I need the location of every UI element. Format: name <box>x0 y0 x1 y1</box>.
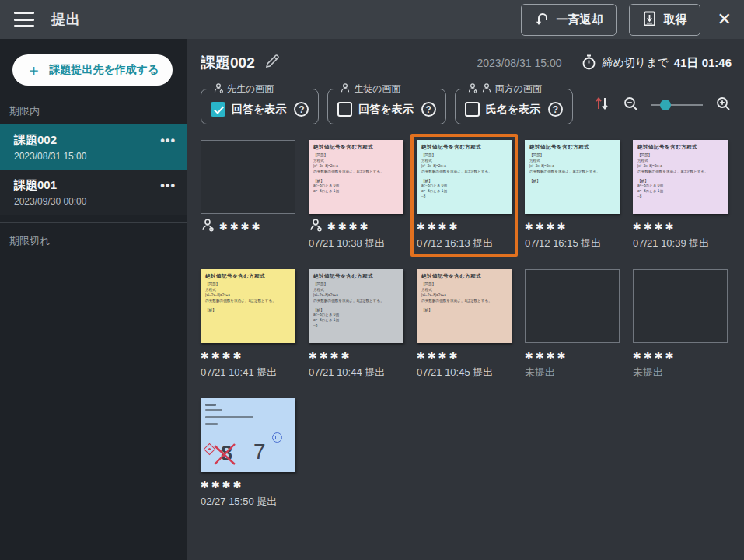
note-line: の実数解の個数を求めよ。aは定数とする。 <box>313 299 399 304</box>
teacher-icon <box>467 82 478 96</box>
section-label: 期限切れ <box>0 222 187 254</box>
filter-group: 生徒の画面回答を表示? <box>327 82 445 124</box>
zoom-out-icon[interactable] <box>623 96 639 115</box>
submission-status: 07/12 16:13 提出 <box>417 236 512 250</box>
card-name-row: ✱✱✱✱ <box>633 219 728 233</box>
note-line: 方程式 <box>637 159 723 164</box>
empty-thumbnail[interactable] <box>525 269 620 343</box>
submission-status: 07/21 10:45 提出 <box>417 366 512 380</box>
submission-card[interactable]: ✱✱✱✱ <box>201 140 295 250</box>
blue-circle-mark-icon <box>272 432 282 443</box>
masked-student-name: ✱✱✱✱ <box>525 351 568 361</box>
note-answer-label: 【解】 <box>529 179 615 184</box>
acquire-button[interactable]: 取得 <box>629 4 700 36</box>
hamburger-menu-icon[interactable] <box>14 12 34 27</box>
submission-card[interactable]: ✱✱✱✱未提出 <box>633 269 728 380</box>
zoom-slider-thumb[interactable] <box>660 100 671 110</box>
masked-student-name: ✱✱✱✱ <box>417 351 460 361</box>
filter-group-legend: 生徒の画面 <box>336 82 404 96</box>
card-name-row: ✱✱✱✱ <box>201 348 295 362</box>
edit-pencil-icon[interactable] <box>264 54 280 72</box>
submission-card[interactable]: 絶対値記号を含む方程式【問題】方程式|x²−2x−8|=2x+aの実数解の個数を… <box>633 140 728 250</box>
help-icon[interactable]: ? <box>294 102 309 117</box>
filter-option-label: 回答を表示 <box>232 103 286 117</box>
title-bar: 提出 一斉返却 取得 ✕ <box>0 0 744 39</box>
filter-group: 先生の画面回答を表示? <box>201 82 319 124</box>
create-assignment-button[interactable]: ＋ 課題提出先を作成する <box>12 54 173 86</box>
help-icon[interactable]: ? <box>421 102 436 117</box>
main-header: 課題002 2023/08/31 15:00 締め切りまで 41日 01:46 <box>201 51 732 75</box>
card-label: ✱✱✱✱07/21 10:39 提出 <box>633 219 728 250</box>
filter-group-label: 両方の画面 <box>495 82 542 96</box>
note-line: |x²−2x−8|=2x+a <box>421 164 507 170</box>
zoom-in-icon[interactable] <box>715 96 732 115</box>
filter-option-label: 氏名を表示 <box>486 103 540 117</box>
note-line: の実数解の個数を求めよ。aは定数とする。 <box>205 299 291 304</box>
note-answer-label: 【解】 <box>313 308 399 313</box>
sidebar-item-課題002[interactable]: 課題002•••2023/08/31 15:00 <box>0 124 187 170</box>
uturn-return-icon <box>534 11 550 29</box>
note-answer-label: 【解】 <box>313 179 399 184</box>
note-problem-label: 【問題】 <box>313 282 399 288</box>
zoom-slider[interactable] <box>651 100 703 110</box>
filter-checkbox[interactable] <box>211 102 225 117</box>
more-menu-icon[interactable]: ••• <box>160 179 176 193</box>
card-label: ✱✱✱✱07/12 16:13 提出 <box>417 219 512 250</box>
filter-group-legend: 先生の画面 <box>209 82 278 96</box>
note-problem-label: 【問題】 <box>529 153 615 159</box>
help-icon[interactable]: ? <box>548 102 563 117</box>
submission-card[interactable]: ✱✱✱✱未提出 <box>525 269 620 380</box>
sort-icon[interactable] <box>593 95 610 115</box>
note-answer-label: 【解】 <box>421 308 507 313</box>
note-line: 方程式 <box>313 288 399 293</box>
empty-thumbnail[interactable] <box>201 140 295 214</box>
card-name-row: ✱✱✱✱ <box>417 348 512 362</box>
submission-card[interactable]: 絶対値記号を含む方程式【問題】方程式|x²−2x−8|=2x+aの実数解の個数を… <box>309 140 403 250</box>
sidebar-item-date: 2023/08/31 15:00 <box>14 151 176 162</box>
filter-checkbox[interactable] <box>465 102 480 117</box>
note-title: 絶対値記号を含む方程式 <box>313 144 399 151</box>
note-thumbnail[interactable]: 絶対値記号を含む方程式【問題】方程式|x²−2x−8|=2x+aの実数解の個数を… <box>633 140 728 214</box>
submission-card[interactable]: 87✱✱✱✱02/27 15:50 提出 <box>201 398 295 509</box>
card-name-row: ✱✱✱✱ <box>633 348 728 362</box>
card-name-row: ✱✱✱✱ <box>417 219 512 233</box>
card-name-row: ✱✱✱✱ <box>201 478 295 492</box>
drawing-thumbnail[interactable]: 87 <box>201 398 295 472</box>
card-name-row: ✱✱✱✱ <box>525 348 620 362</box>
filter-row: 先生の画面回答を表示?生徒の画面回答を表示?両方の画面氏名を表示? <box>201 82 732 124</box>
submission-card[interactable]: 絶対値記号を含む方程式【問題】方程式|x²−2x−8|=2x+aの実数解の個数を… <box>525 140 620 250</box>
return-all-button[interactable]: 一斉返却 <box>521 4 617 36</box>
submission-card[interactable]: 絶対値記号を含む方程式【問題】方程式|x²−2x−8|=2x+aの実数解の個数を… <box>201 269 295 380</box>
card-label: ✱✱✱✱ <box>201 219 295 233</box>
card-label: ✱✱✱✱07/21 10:38 提出 <box>309 219 403 250</box>
plus-icon: ＋ <box>26 62 42 78</box>
note-line: 方程式 <box>421 159 507 164</box>
sidebar-item-課題001[interactable]: 課題001•••2023/09/30 00:00 <box>0 170 187 215</box>
note-thumbnail[interactable]: 絶対値記号を含む方程式【問題】方程式|x²−2x−8|=2x+aの実数解の個数を… <box>201 269 295 343</box>
note-thumbnail[interactable]: 絶対値記号を含む方程式【問題】方程式|x²−2x−8|=2x+aの実数解の個数を… <box>309 140 403 214</box>
note-answer-line: a=−8のとき 1個 <box>637 189 723 194</box>
note-answer-line: a=−8のとき 1個 <box>313 318 399 324</box>
submission-card[interactable]: 絶対値記号を含む方程式【問題】方程式|x²−2x−8|=2x+aの実数解の個数を… <box>309 269 403 380</box>
note-thumbnail[interactable]: 絶対値記号を含む方程式【問題】方程式|x²−2x−8|=2x+aの実数解の個数を… <box>309 269 403 343</box>
submission-card-selected[interactable]: 絶対値記号を含む方程式【問題】方程式|x²−2x−8|=2x+aの実数解の個数を… <box>410 134 518 257</box>
assignment-title: 課題002 <box>201 53 255 73</box>
more-menu-icon[interactable]: ••• <box>160 134 176 148</box>
red-cross-mark-icon <box>211 441 238 467</box>
submission-status: 07/21 10:44 提出 <box>309 366 403 380</box>
close-icon[interactable]: ✕ <box>718 11 732 28</box>
note-answer-label: 【解】 <box>637 179 723 184</box>
note-thumbnail[interactable]: 絶対値記号を含む方程式【問題】方程式|x²−2x−8|=2x+aの実数解の個数を… <box>525 140 620 214</box>
note-answer-label: 【解】 <box>205 308 291 313</box>
teacher-icon <box>213 82 224 96</box>
deadline-countdown: 締め切りまで 41日 01:46 <box>582 54 732 72</box>
note-thumbnail[interactable]: 絶対値記号を含む方程式【問題】方程式|x²−2x−8|=2x+aの実数解の個数を… <box>417 269 512 343</box>
filter-checkbox[interactable] <box>337 102 352 117</box>
submission-status: 07/21 10:41 提出 <box>201 366 295 380</box>
submission-card[interactable]: 絶対値記号を含む方程式【問題】方程式|x²−2x−8|=2x+aの実数解の個数を… <box>417 269 512 380</box>
assignment-list: 期限内課題002•••2023/08/31 15:00課題001•••2023/… <box>0 96 187 254</box>
note-thumbnail[interactable]: 絶対値記号を含む方程式【問題】方程式|x²−2x−8|=2x+aの実数解の個数を… <box>417 140 512 214</box>
note-answer-label: 【解】 <box>421 179 507 184</box>
submission-status: 未提出 <box>525 366 620 380</box>
empty-thumbnail[interactable] <box>633 269 728 343</box>
